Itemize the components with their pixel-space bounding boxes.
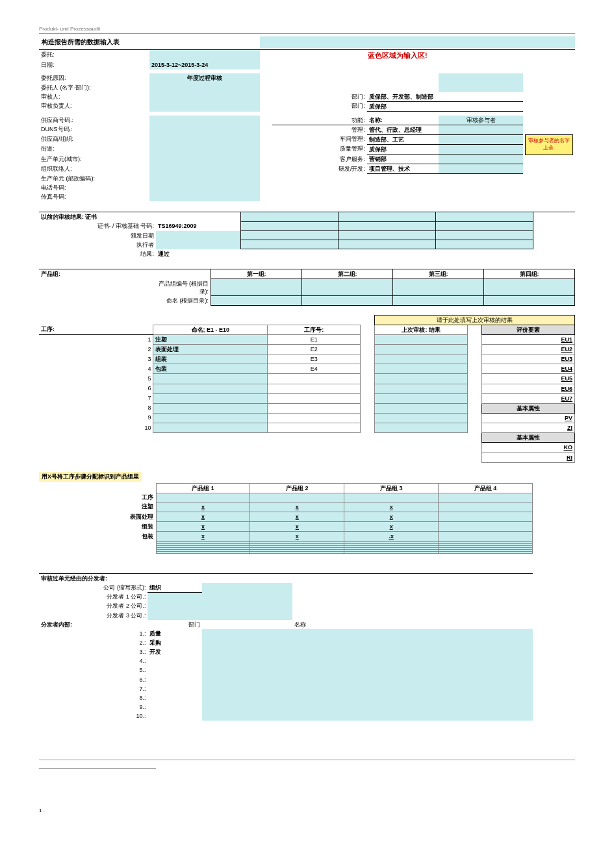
- input-prev-c3[interactable]: [435, 240, 533, 249]
- matrix-cell[interactable]: [439, 502, 533, 512]
- input-auditor[interactable]: [149, 92, 260, 102]
- dist-row-input1[interactable]: [202, 693, 292, 702]
- dist-row-input1[interactable]: [202, 629, 292, 638]
- input-prev-a3[interactable]: [435, 221, 533, 230]
- input-prev-c1[interactable]: [240, 240, 338, 249]
- dist-row-input3[interactable]: [413, 647, 533, 656]
- matrix-cell[interactable]: x: [156, 532, 250, 541]
- input-dist-d2[interactable]: [147, 601, 292, 610]
- dist-row-input3[interactable]: [413, 693, 533, 702]
- dist-row-input2[interactable]: [292, 629, 413, 638]
- input-g4-no[interactable]: [484, 279, 575, 296]
- dist-row-input3[interactable]: [413, 702, 533, 712]
- dist-row-input3[interactable]: [413, 656, 533, 665]
- input-supplier-org[interactable]: [149, 134, 260, 144]
- dist-row-input3[interactable]: [413, 638, 533, 647]
- input-dist-abbr[interactable]: [202, 583, 292, 593]
- matrix-cell[interactable]: x: [156, 502, 250, 512]
- proc-row-name[interactable]: 组装: [153, 354, 268, 364]
- proc-row-last[interactable]: [375, 364, 468, 374]
- proc-row-last[interactable]: [375, 403, 468, 413]
- input-part4[interactable]: [439, 155, 523, 164]
- dist-row-input2[interactable]: [292, 647, 413, 656]
- input-prev-b3[interactable]: [435, 231, 533, 240]
- input-supplier-no[interactable]: [149, 116, 260, 125]
- input-prev-b2[interactable]: [338, 231, 435, 240]
- matrix-cell[interactable]: [439, 512, 533, 522]
- input-prev-a1[interactable]: [240, 221, 338, 230]
- matrix-cell[interactable]: x: [250, 502, 344, 512]
- proc-row-name[interactable]: [153, 393, 268, 403]
- dist-row-input2[interactable]: [292, 684, 413, 693]
- proc-row-name[interactable]: [153, 403, 268, 413]
- dist-row-input3[interactable]: [413, 684, 533, 693]
- input-tel[interactable]: [149, 183, 260, 192]
- dist-row-input2[interactable]: [292, 693, 413, 702]
- dist-row-input2[interactable]: [292, 712, 413, 721]
- input-date[interactable]: 2015-3-12~2015-3-24: [149, 60, 260, 69]
- dist-row-input2[interactable]: [292, 702, 413, 712]
- input-prod-city[interactable]: [149, 155, 260, 164]
- input-part3[interactable]: [439, 144, 523, 154]
- proc-row-last[interactable]: [375, 413, 468, 423]
- input-fax[interactable]: [149, 192, 260, 201]
- dist-row-input1[interactable]: [202, 702, 292, 712]
- dist-row-input3[interactable]: [413, 665, 533, 675]
- matrix-cell[interactable]: x: [250, 532, 344, 541]
- input-prod-zip[interactable]: [149, 174, 260, 183]
- proc-row-name[interactable]: [153, 413, 268, 423]
- matrix-cell[interactable]: x: [156, 522, 250, 532]
- dist-row-input1[interactable]: [202, 675, 292, 684]
- input-prev-b1[interactable]: [240, 231, 338, 240]
- proc-row-last[interactable]: [375, 374, 468, 384]
- proc-row-last[interactable]: [375, 354, 468, 364]
- input-part2[interactable]: [439, 134, 523, 144]
- matrix-cell[interactable]: x: [250, 522, 344, 532]
- dist-row-input2[interactable]: [292, 675, 413, 684]
- input-supervisor[interactable]: [149, 101, 260, 111]
- input-g3-nm[interactable]: [393, 296, 484, 305]
- input-blank-right1[interactable]: [439, 73, 523, 82]
- proc-row-last[interactable]: [375, 334, 468, 344]
- proc-row-name[interactable]: 包装: [153, 364, 268, 374]
- input-prev-c2[interactable]: [338, 240, 435, 249]
- proc-row-last[interactable]: [375, 345, 468, 354]
- input-reason[interactable]: 年度过程审核: [149, 73, 260, 82]
- proc-row-last[interactable]: [375, 393, 468, 403]
- dist-row-input1[interactable]: [202, 712, 292, 721]
- dist-row-input3[interactable]: [413, 675, 533, 684]
- dist-row-input2[interactable]: [292, 638, 413, 647]
- dist-row-input1[interactable]: [202, 665, 292, 675]
- input-g3-no[interactable]: [393, 279, 484, 296]
- input-issue-date[interactable]: [156, 231, 240, 240]
- matrix-cell[interactable]: [439, 522, 533, 532]
- input-org-contact[interactable]: [149, 164, 260, 174]
- dist-row-input1[interactable]: [202, 684, 292, 693]
- proc-row-name[interactable]: [153, 423, 268, 433]
- input-part5[interactable]: [439, 164, 523, 174]
- input-prev-a2[interactable]: [338, 221, 435, 230]
- proc-row-name[interactable]: 注塑: [153, 334, 268, 344]
- input-executor[interactable]: [156, 240, 240, 249]
- dist-row-input2[interactable]: [292, 665, 413, 675]
- input-client[interactable]: [149, 49, 260, 60]
- proc-row-name[interactable]: [153, 384, 268, 393]
- matrix-cell[interactable]: x: [156, 512, 250, 522]
- matrix-cell[interactable]: .x: [344, 532, 439, 541]
- dist-row-input3[interactable]: [413, 712, 533, 721]
- matrix-cell[interactable]: x: [344, 512, 439, 522]
- input-dist-d3[interactable]: [147, 611, 292, 620]
- dist-row-input2[interactable]: [292, 656, 413, 665]
- matrix-cell[interactable]: x: [344, 522, 439, 532]
- matrix-cell[interactable]: x: [344, 502, 439, 512]
- matrix-cell[interactable]: x: [250, 512, 344, 522]
- input-dist-d1[interactable]: [147, 592, 292, 601]
- input-g2-no[interactable]: [302, 279, 393, 296]
- dist-row-input1[interactable]: [202, 647, 292, 656]
- dist-row-input3[interactable]: [413, 629, 533, 638]
- input-client-person[interactable]: [149, 83, 260, 92]
- proc-row-name[interactable]: 表面处理: [153, 345, 268, 354]
- input-street[interactable]: [149, 144, 260, 154]
- matrix-cell[interactable]: [439, 532, 533, 541]
- input-g4-nm[interactable]: [484, 296, 575, 305]
